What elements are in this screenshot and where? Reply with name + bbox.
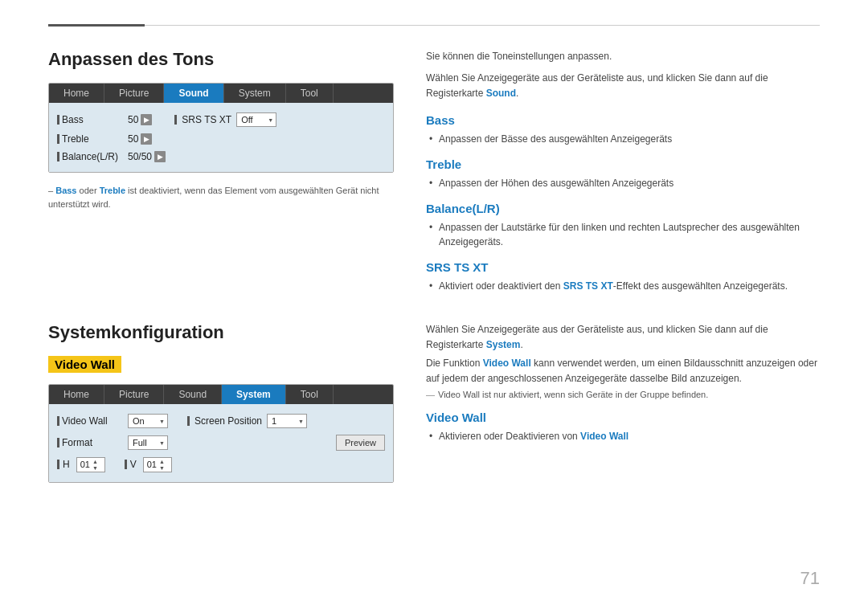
feature-srs-title: SRS TS XT [426,260,820,274]
preview-button[interactable]: Preview [336,435,385,451]
tab-tool[interactable]: Tool [286,84,334,103]
note-treble: Treble [100,186,125,195]
v-down[interactable]: ▼ [159,465,165,471]
section-anpassen-left: Anpassen des Tons Home Picture Sound Sys… [48,49,394,293]
note-bass: Bass [55,186,76,195]
feature-bass-item: Anpassen der Bässe des ausgewählten Anze… [426,132,820,146]
bass-value: 50 [128,114,138,125]
sys-tab-system[interactable]: System [222,385,286,404]
section-anpassen-right: Sie können die Toneinstellungen anpassen… [426,49,820,293]
vw-bar [57,416,59,426]
v-bar [125,460,127,469]
section-system-left: Systemkonfiguration Video Wall Home Pict… [48,322,394,494]
section-system-right: Wählen Sie Anzeigegeräte aus der Gerätel… [426,322,820,494]
v-label: V [130,459,137,470]
system-panel-body: Video Wall On Screen Position 1 [49,404,393,482]
sound-panel: Home Picture Sound System Tool Bass 50 [48,83,394,173]
section-system-title: Systemkonfiguration [48,322,394,343]
feature-balance-title: Balance(L/R) [426,202,820,215]
sys-tab-sound[interactable]: Sound [164,385,222,404]
h-stepper[interactable]: 01 ▲ ▼ [76,457,105,472]
videowall-highlight: Video Wall [48,356,121,373]
balance-value: 50/50 [128,151,152,162]
sys-tab-picture[interactable]: Picture [104,385,164,404]
treble-label: Treble [62,133,89,145]
section-anpassen: Anpassen des Tons Home Picture Sound Sys… [48,49,820,293]
system-panel-tabs: Home Picture Sound System Tool [49,385,393,404]
label-bar [57,115,59,125]
sys-feature-vw-item: Aktivieren oder Deaktivieren von Video W… [426,429,820,443]
sys-link: System [486,339,521,350]
panel-row-treble: Treble 50 ▶ [57,130,385,148]
sp-bar [187,416,190,426]
sound-panel-tabs: Home Picture Sound System Tool [49,84,393,103]
format-bar [57,438,59,447]
sys-row-format: Format Full Preview [57,431,385,454]
sys-intro1: Wählen Sie Anzeigegeräte aus der Gerätel… [426,322,820,353]
sys-note: — Video Wall ist nur aktiviert, wenn sic… [426,390,820,399]
feature-srs-item: Aktiviert oder deaktiviert den SRS TS XT… [426,279,820,293]
feature-bass-title: Bass [426,113,820,127]
sys-row-hv: H 01 ▲ ▼ V [57,454,385,476]
feature-treble-item: Anpassen der Höhen des ausgewählten Anze… [426,176,820,190]
v-value: 01 [147,460,157,469]
h-up[interactable]: ▲ [92,459,98,464]
anpassen-intro2: Wählen Sie Anzeigegeräte aus der Gerätel… [426,71,820,101]
sys-feature-vw-title: Video Wall [426,411,820,424]
h-label: H [63,459,70,470]
bass-arrow[interactable]: ▶ [141,114,152,125]
bass-label: Bass [62,114,84,125]
sys-tab-home[interactable]: Home [49,385,104,404]
intro2-sound-link: Sound [486,88,516,99]
top-rule-line [145,25,820,26]
tab-picture[interactable]: Picture [104,84,164,103]
treble-value: 50 [128,133,138,145]
tab-system[interactable]: System [224,84,286,103]
vw-on-dropdown[interactable]: On [128,414,168,428]
format-dropdown[interactable]: Full [128,435,168,450]
sp-label: Screen Position [194,415,262,427]
srs-dropdown[interactable]: Off [236,112,276,127]
sound-note: – Bass oder Treble ist deaktiviert, wenn… [48,184,394,210]
label-bar-srs [174,115,177,125]
tab-home[interactable]: Home [49,84,104,103]
v-up[interactable]: ▲ [159,459,165,464]
sp-dropdown[interactable]: 1 [267,414,307,428]
balance-arrow[interactable]: ▶ [154,151,166,162]
sys-row-videowall: Video Wall On Screen Position 1 [57,411,385,431]
system-panel: Home Picture Sound System Tool Video Wal… [48,384,394,483]
sys-intro2: Die Funktion Video Wall kann verwendet w… [426,356,820,386]
h-value: 01 [80,460,90,469]
anpassen-intro1: Sie können die Toneinstellungen anpassen… [426,49,820,64]
label-bar-treble [57,134,59,144]
h-down[interactable]: ▼ [92,465,98,471]
top-rule-accent [48,24,145,27]
balance-label: Balance(L/R) [62,151,118,162]
vw-feature-link: Video Wall [580,431,628,442]
vw-label: Video Wall [62,415,108,427]
tab-sound[interactable]: Sound [164,84,223,103]
feature-treble-title: Treble [426,157,820,171]
format-label: Format [62,437,92,448]
vw-intro-link: Video Wall [483,358,531,369]
section-system-wrapper: Systemkonfiguration Video Wall Home Pict… [48,322,820,494]
treble-arrow[interactable]: ▶ [141,133,152,145]
label-bar-balance [57,152,59,161]
section-anpassen-title: Anpassen des Tons [48,49,394,70]
page-number: 71 [800,568,820,589]
panel-row-bass: Bass 50 ▶ SRS TS XT Off [57,109,385,130]
srs-link: SRS TS XT [563,280,613,292]
h-bar [57,460,59,469]
sound-panel-body: Bass 50 ▶ SRS TS XT Off [49,103,393,172]
v-stepper[interactable]: 01 ▲ ▼ [143,457,172,472]
srs-label: SRS TS XT [182,114,231,125]
panel-row-balance: Balance(L/R) 50/50 ▶ [57,148,385,166]
section-system: Systemkonfiguration Video Wall Home Pict… [48,322,820,494]
feature-balance-item: Anpassen der Lautstärke für den linken u… [426,220,820,249]
sys-tab-tool[interactable]: Tool [286,385,334,404]
vw-note-link: Video Wall [438,390,480,399]
top-rule [48,24,820,27]
